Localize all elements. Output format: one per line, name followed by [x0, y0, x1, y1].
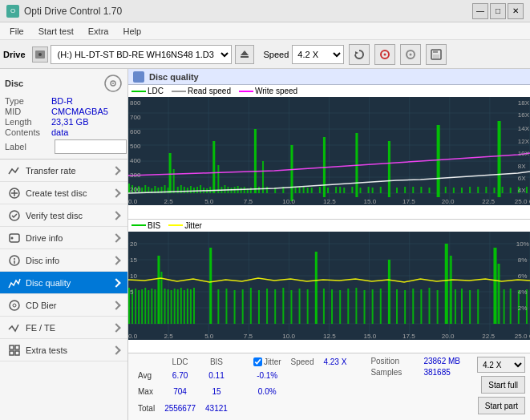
nav-arrow	[111, 211, 120, 220]
sidebar-item-cd-bier[interactable]: CD Bier	[0, 294, 127, 317]
upper-legend: LDC Read speed Write speed	[128, 85, 530, 97]
sidebar-item-verify-test-disc[interactable]: Verify test disc	[0, 204, 127, 227]
start-full-button[interactable]: Start full	[481, 376, 525, 394]
svg-text:14X: 14X	[518, 125, 530, 132]
svg-rect-202	[274, 289, 276, 324]
svg-rect-183	[160, 272, 162, 324]
svg-rect-209	[331, 289, 333, 324]
svg-rect-207	[315, 252, 318, 324]
svg-text:10X: 10X	[518, 150, 530, 157]
test-speed-select[interactable]: 4.2 XMax	[477, 357, 525, 373]
verify-test-disc-icon	[8, 209, 21, 222]
lower-chart: BIS Jitter	[128, 220, 530, 353]
svg-text:22.5: 22.5	[482, 333, 495, 340]
svg-rect-201	[266, 289, 268, 324]
svg-text:10.0: 10.0	[282, 198, 295, 205]
svg-rect-105	[510, 188, 512, 193]
svg-text:0.0: 0.0	[128, 333, 138, 340]
svg-rect-179	[148, 290, 149, 324]
menu-help[interactable]: Help	[116, 25, 148, 38]
type-value: BD-R	[51, 96, 73, 106]
sidebar-item-disc-info[interactable]: Disc info	[0, 249, 127, 272]
svg-text:25.0 GB: 25.0 GB	[515, 198, 530, 205]
close-button[interactable]: ✕	[508, 3, 524, 19]
disc-button[interactable]	[374, 44, 395, 65]
speed-select[interactable]: 4.2 XMax8 X	[292, 45, 344, 64]
save-button[interactable]	[426, 44, 447, 65]
svg-text:22.5: 22.5	[482, 198, 495, 205]
svg-rect-126	[461, 188, 463, 193]
sidebar-item-drive-info[interactable]: Drive info	[0, 227, 127, 249]
svg-rect-29	[15, 351, 19, 355]
stats-right-panel: Position 23862 MB Samples 381685	[370, 357, 467, 417]
bis-legend-line	[131, 224, 146, 226]
sidebar-item-disc-quality[interactable]: Disc quality	[0, 272, 127, 294]
svg-rect-205	[299, 289, 301, 324]
drive-label: Drive	[3, 50, 26, 59]
menu-start-test[interactable]: Start test	[32, 25, 80, 38]
app-icon: O	[6, 5, 19, 18]
content-area: Disc quality LDC Read speed Wri	[128, 69, 530, 420]
start-buttons: 4.2 XMax Start full Start part	[477, 357, 525, 417]
svg-text:600: 600	[130, 128, 141, 135]
transfer-rate-icon	[8, 164, 21, 177]
svg-rect-10	[433, 50, 438, 53]
svg-rect-101	[469, 187, 471, 193]
svg-rect-215	[380, 289, 382, 324]
svg-text:16X: 16X	[518, 111, 530, 119]
svg-rect-11	[433, 55, 439, 59]
svg-rect-82	[241, 188, 242, 193]
svg-text:5.0: 5.0	[204, 333, 214, 340]
svg-text:6X: 6X	[518, 175, 527, 182]
read-speed-legend-label: Read speed	[188, 87, 231, 95]
svg-rect-198	[242, 289, 244, 324]
erase-button[interactable]	[400, 44, 421, 65]
start-part-button[interactable]: Start part	[478, 397, 525, 414]
svg-rect-113	[294, 188, 296, 193]
svg-marker-4	[355, 51, 358, 55]
max-ldc: 704	[160, 384, 200, 401]
svg-rect-223	[445, 244, 448, 324]
position-label: Position	[370, 357, 419, 365]
sidebar-item-extra-tests[interactable]: Extra tests	[0, 339, 127, 361]
svg-text:15.0: 15.0	[364, 333, 377, 340]
nav-arrow	[111, 256, 120, 265]
col-jitter-header: Jitter	[249, 357, 286, 367]
svg-rect-219	[412, 289, 414, 324]
svg-rect-94	[372, 188, 374, 193]
max-label: Max	[133, 384, 160, 401]
svg-rect-99	[445, 187, 447, 193]
svg-rect-197	[234, 290, 236, 324]
max-bis: 15	[200, 384, 233, 401]
svg-rect-210	[339, 290, 341, 324]
svg-rect-225	[455, 289, 456, 324]
svg-rect-119	[343, 188, 345, 193]
app-title: Opti Drive Control 1.70	[24, 6, 122, 17]
disc-label-input[interactable]	[55, 139, 127, 154]
svg-rect-175	[135, 289, 136, 324]
menu-extra[interactable]: Extra	[82, 25, 115, 38]
write-speed-legend-line	[239, 91, 253, 92]
maximize-button[interactable]: □	[490, 3, 506, 19]
eject-button[interactable]	[235, 45, 254, 64]
svg-rect-220	[420, 289, 422, 324]
drive-select[interactable]: (H:) HL-DT-ST BD-RE WH16NS48 1.D3	[51, 45, 232, 64]
svg-rect-120	[351, 187, 353, 193]
sidebar-item-fe-te[interactable]: FE / TE	[0, 317, 127, 339]
sidebar-item-transfer-rate[interactable]: Transfer rate	[0, 160, 127, 182]
svg-rect-211	[347, 289, 349, 324]
jitter-checkbox[interactable]	[253, 357, 262, 366]
svg-rect-217	[396, 289, 398, 324]
col-speed-header: Speed	[286, 357, 319, 367]
svg-rect-61	[169, 153, 172, 193]
menu-file[interactable]: File	[3, 25, 30, 38]
svg-rect-231	[504, 289, 505, 324]
svg-text:17.5: 17.5	[403, 198, 415, 205]
window-controls: — □ ✕	[472, 3, 524, 19]
refresh-button[interactable]	[349, 44, 370, 65]
svg-point-1	[38, 53, 42, 56]
sidebar-item-create-test-disc[interactable]: Create test disc	[0, 182, 127, 204]
drive-info-icon	[8, 232, 21, 244]
contents-value: data	[51, 127, 68, 137]
minimize-button[interactable]: —	[472, 3, 488, 19]
